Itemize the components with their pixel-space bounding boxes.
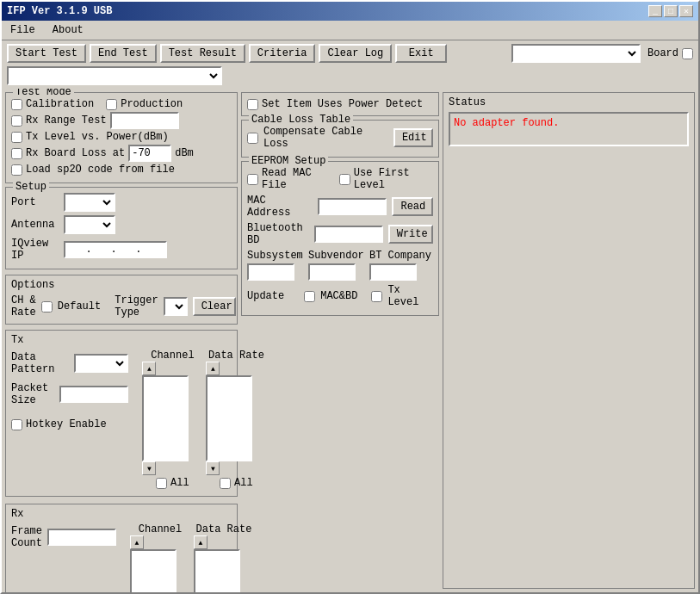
exit-button[interactable]: Exit: [395, 44, 447, 63]
main-window: IFP Ver 3.1.9 USB _ □ ✕ File About Start…: [0, 0, 700, 594]
end-test-button[interactable]: End Test: [90, 44, 157, 63]
edit-button[interactable]: Edit: [393, 128, 433, 147]
load-sp20-checkbox[interactable]: [11, 164, 22, 176]
rx-board-loss-unit: dBm: [175, 147, 194, 159]
board-checkbox[interactable]: [682, 48, 693, 59]
menu-about[interactable]: About: [47, 22, 89, 38]
iqview-ip-label: IQview IP: [11, 238, 59, 262]
tx-channel-scroll-up[interactable]: ▲: [142, 362, 156, 375]
rx-channel-scroll-up[interactable]: ▲: [130, 535, 144, 549]
mac-address-label: MAC Address: [247, 195, 313, 219]
tx-level-label: Tx Level vs. Power(dBm): [26, 131, 169, 143]
rx-board-loss-label: Rx Board Loss at: [26, 147, 125, 159]
data-pattern-select[interactable]: [74, 354, 129, 373]
trigger-type-select[interactable]: [164, 297, 188, 316]
power-detect-label: Set Item Uses Power Detect: [262, 98, 423, 110]
clear-button[interactable]: Clear: [193, 297, 236, 316]
port-select[interactable]: [64, 193, 115, 212]
tx-channel-label: Channel: [151, 350, 194, 362]
rx-section: Rx Frame Count Channel ▲: [5, 504, 238, 592]
rx-range-test-label: Rx Range Test: [26, 114, 107, 127]
bt-company-input[interactable]: [369, 263, 417, 281]
power-detect-section: Set Item Uses Power Detect: [241, 92, 439, 116]
mac-bd-checkbox[interactable]: [304, 291, 315, 302]
middle-panel: Set Item Uses Power Detect Cable Loss Ta…: [241, 92, 439, 589]
menu-file[interactable]: File: [5, 22, 40, 38]
trigger-type-label: Trigger Type: [115, 294, 158, 319]
clear-log-button[interactable]: Clear Log: [319, 44, 392, 63]
frame-count-input[interactable]: [47, 529, 116, 546]
tx-channel-scroll-down[interactable]: ▼: [142, 461, 156, 475]
load-sp20-label: Load sp2O code from file: [26, 164, 175, 176]
eeprom-label: EEPROM Setup: [249, 155, 328, 167]
port-label: Port: [11, 196, 59, 208]
toolbar: Start Test End Test Test Result Criteria…: [2, 40, 698, 66]
rx-label: Rx: [11, 508, 23, 520]
rx-range-test-checkbox[interactable]: [11, 115, 22, 127]
tx-datarate-scroll-up[interactable]: ▲: [206, 362, 220, 375]
iqview-ip-input[interactable]: [64, 241, 167, 258]
options-label: Options: [11, 279, 54, 291]
tx-level-eeprom-label: Tx Level: [387, 284, 433, 308]
read-mac-file-checkbox[interactable]: [247, 174, 258, 185]
subvendor-input[interactable]: [308, 263, 356, 281]
board-select[interactable]: [511, 44, 641, 63]
subvendor-label: Subvendor: [308, 250, 364, 262]
write-button[interactable]: Write: [388, 225, 433, 244]
tx-level-eeprom-checkbox[interactable]: [371, 291, 382, 302]
setup-label: Setup: [13, 181, 49, 193]
options-section: Options CH & Rate Default Trigger Type C…: [5, 273, 238, 326]
calibration-checkbox[interactable]: [11, 99, 22, 110]
rx-board-loss-checkbox[interactable]: [11, 148, 22, 159]
board-label: Board: [647, 47, 678, 59]
compensate-checkbox[interactable]: [247, 133, 258, 144]
test-mode-label: Test Mode: [13, 89, 74, 98]
default-label: Default: [58, 300, 101, 312]
compensate-label: Compensate Cable Loss: [263, 126, 381, 150]
close-button[interactable]: ✕: [679, 5, 693, 17]
subsystem-input[interactable]: [247, 263, 294, 281]
data-pattern-label: Data Pattern: [11, 351, 69, 375]
test-result-button[interactable]: Test Result: [160, 44, 245, 63]
bt-company-label: BT Company: [369, 250, 431, 262]
ch-rate-label: CH & Rate: [11, 294, 36, 319]
cable-loss-group: Cable Loss Table Compensate Cable Loss E…: [241, 120, 439, 158]
status-error-text: No adapter found.: [454, 117, 559, 129]
tx-level-checkbox[interactable]: [11, 132, 22, 143]
power-detect-checkbox[interactable]: [247, 99, 258, 110]
read-button[interactable]: Read: [392, 197, 433, 216]
rx-datarate-scroll-up[interactable]: ▲: [194, 535, 208, 549]
packet-size-input[interactable]: [59, 386, 128, 403]
criteria-button[interactable]: Criteria: [249, 44, 316, 63]
antenna-select[interactable]: [64, 215, 115, 234]
tx-label: Tx: [11, 334, 23, 346]
tx-datarate-all-checkbox[interactable]: [220, 478, 231, 489]
production-checkbox[interactable]: [106, 99, 117, 110]
tx-channel-all-label: All: [170, 477, 189, 489]
maximize-button[interactable]: □: [664, 5, 678, 17]
test-mode-group: Test Mode Calibration Production Rx Rang…: [5, 92, 238, 183]
tx-channel-all-checkbox[interactable]: [156, 478, 167, 489]
use-first-level-checkbox[interactable]: [339, 174, 350, 185]
tx-section: Tx Data Pattern Packet Size: [5, 330, 238, 497]
rx-range-test-input[interactable]: [110, 112, 179, 129]
eeprom-group: EEPROM Setup Read MAC File Use First Lev…: [241, 161, 439, 316]
rx-board-loss-input[interactable]: [128, 145, 171, 162]
antenna-label: Antenna: [11, 219, 59, 231]
minimize-button[interactable]: _: [648, 5, 662, 17]
status-label: Status: [449, 96, 486, 108]
update-label: Update: [247, 290, 290, 302]
tx-datarate-scroll-down[interactable]: ▼: [206, 461, 220, 475]
calibration-label: Calibration: [26, 98, 94, 110]
frame-count-label: Frame Count: [11, 525, 42, 549]
hotkey-enable-checkbox[interactable]: [11, 419, 22, 430]
use-first-level-label: Use First Level: [354, 167, 433, 191]
setup-group: Setup Port Antenna IQview IP: [5, 187, 238, 269]
status-group: Status No adapter found.: [443, 92, 695, 589]
bluetooth-bd-input[interactable]: [314, 226, 383, 243]
mac-address-input[interactable]: [318, 198, 387, 215]
secondary-select[interactable]: [7, 66, 222, 85]
start-test-button[interactable]: Start Test: [7, 44, 86, 63]
right-panel: Status No adapter found.: [443, 92, 695, 589]
default-checkbox[interactable]: [41, 301, 53, 312]
